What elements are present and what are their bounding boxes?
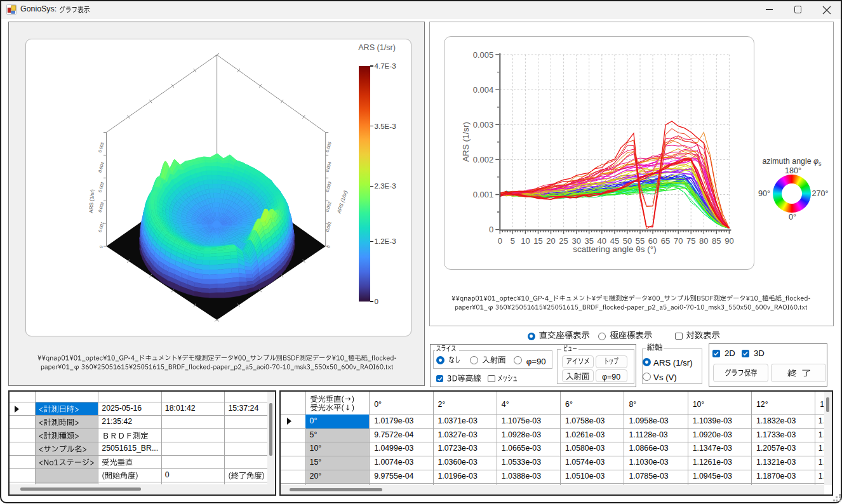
svg-text:scattering angle θs (°): scattering angle θs (°) — [573, 244, 656, 253]
svg-text:0.004: 0.004 — [473, 84, 494, 94]
svg-text:25: 25 — [559, 235, 568, 245]
svg-text:20: 20 — [546, 235, 555, 245]
svg-text:0: 0 — [326, 244, 331, 248]
svg-text:0.003: 0.003 — [473, 119, 494, 129]
svg-text:5: 5 — [511, 235, 515, 245]
svg-text:0: 0 — [489, 225, 493, 234]
svg-text:0.003: 0.003 — [98, 181, 105, 192]
svg-text:0: 0 — [98, 245, 104, 249]
svg-text:10: 10 — [521, 235, 530, 245]
svg-text:0: 0 — [498, 235, 502, 245]
svg-text:0.002: 0.002 — [325, 201, 332, 212]
svg-text:75: 75 — [686, 235, 695, 245]
svg-text:85: 85 — [712, 235, 721, 245]
svg-text:0.001: 0.001 — [98, 221, 105, 232]
svg-text:0.005: 0.005 — [325, 141, 332, 152]
svg-text:0.005: 0.005 — [98, 142, 105, 153]
svg-text:65: 65 — [661, 235, 670, 245]
svg-text:0.004: 0.004 — [98, 161, 105, 173]
svg-text:0.004: 0.004 — [325, 161, 332, 172]
svg-text:0.005: 0.005 — [473, 50, 494, 59]
svg-text:15: 15 — [533, 235, 542, 245]
svg-text:90: 90 — [725, 235, 733, 245]
svg-text:0.002: 0.002 — [473, 154, 494, 164]
svg-text:80: 80 — [699, 235, 708, 245]
svg-text:ARS (1/sr): ARS (1/sr) — [336, 189, 349, 215]
svg-text:0.001: 0.001 — [325, 220, 332, 232]
svg-text:70: 70 — [674, 235, 683, 245]
svg-text:ARS (1/sr): ARS (1/sr) — [461, 121, 471, 161]
svg-text:0.003: 0.003 — [325, 181, 332, 192]
svg-text:ARS (1/sr): ARS (1/sr) — [88, 189, 95, 213]
svg-text:0.001: 0.001 — [473, 190, 494, 199]
svg-text:0.002: 0.002 — [98, 201, 105, 213]
